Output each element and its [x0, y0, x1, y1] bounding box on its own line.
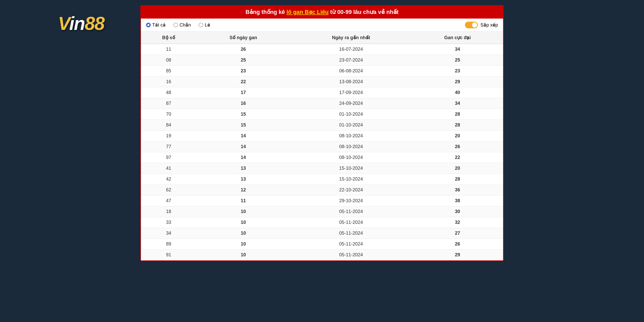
- filter-chan[interactable]: Chẵn: [173, 22, 191, 28]
- cell-so-ngay-gan: 25: [196, 55, 290, 66]
- cell-gan-cuc-dai: 23: [412, 66, 503, 77]
- cell-gan-cuc-dai: 34: [412, 44, 503, 55]
- cell-bo-so: 97: [141, 152, 196, 163]
- cell-ngay-ra: 05-11-2024: [290, 228, 412, 239]
- radio-le[interactable]: [199, 23, 203, 27]
- cell-gan-cuc-dai: 34: [412, 98, 503, 109]
- table-header-row: Bộ số Số ngày gan Ngày ra gần nhất Gan c…: [141, 32, 503, 44]
- cell-ngay-ra: 16-07-2024: [290, 44, 412, 55]
- table-row: 871624-09-202434: [141, 98, 503, 109]
- table-row: 341005-11-202427: [141, 228, 503, 239]
- cell-bo-so: 19: [141, 131, 196, 141]
- table-row: 191408-10-202420: [141, 131, 503, 141]
- cell-bo-so: 33: [141, 217, 196, 228]
- sort-label: Sắp xếp: [480, 22, 498, 28]
- main-content: Bảng thống kê lô gan Bạc Liêu từ 00-99 l…: [135, 3, 509, 264]
- cell-bo-so: 11: [141, 44, 196, 55]
- table-header-title: Bảng thống kê lô gan Bạc Liêu từ 00-99 l…: [141, 6, 503, 19]
- cell-gan-cuc-dai: 29: [412, 250, 503, 260]
- cell-ngay-ra: 13-08-2024: [290, 77, 412, 87]
- table-row: 112616-07-202434: [141, 44, 503, 55]
- cell-gan-cuc-dai: 36: [412, 185, 503, 196]
- filter-row: Tất cả Chẵn Lẻ Sắp xếp: [141, 19, 503, 32]
- cell-ngay-ra: 23-07-2024: [290, 55, 412, 66]
- data-table: Bộ số Số ngày gan Ngày ra gần nhất Gan c…: [141, 32, 503, 260]
- filter-tat-ca[interactable]: Tất cả: [146, 22, 166, 28]
- cell-gan-cuc-dai: 20: [412, 163, 503, 174]
- cell-bo-so: 70: [141, 109, 196, 120]
- table-row: 971408-10-202422: [141, 152, 503, 163]
- logo-num: 88: [85, 13, 104, 34]
- cell-gan-cuc-dai: 30: [412, 206, 503, 217]
- cell-ngay-ra: 05-11-2024: [290, 250, 412, 260]
- table-row: 911005-11-202429: [141, 250, 503, 260]
- cell-bo-so: 42: [141, 174, 196, 185]
- cell-so-ngay-gan: 26: [196, 44, 290, 55]
- cell-so-ngay-gan: 11: [196, 196, 290, 206]
- cell-so-ngay-gan: 10: [196, 239, 290, 250]
- cell-bo-so: 41: [141, 163, 196, 174]
- table-row: 181005-11-202430: [141, 206, 503, 217]
- cell-so-ngay-gan: 22: [196, 77, 290, 87]
- cell-bo-so: 16: [141, 77, 196, 87]
- cell-ngay-ra: 05-11-2024: [290, 217, 412, 228]
- title-prefix: Bảng thống kê: [245, 9, 286, 15]
- cell-ngay-ra: 08-10-2024: [290, 152, 412, 163]
- cell-ngay-ra: 15-10-2024: [290, 174, 412, 185]
- cell-so-ngay-gan: 14: [196, 141, 290, 152]
- table-row: 421315-10-202428: [141, 174, 503, 185]
- col-gan-cuc-dai: Gan cực đại: [412, 32, 503, 44]
- cell-so-ngay-gan: 14: [196, 152, 290, 163]
- title-link[interactable]: lô gan Bạc Liêu: [286, 9, 328, 15]
- logo-v: V: [58, 13, 69, 34]
- cell-bo-so: 87: [141, 98, 196, 109]
- table-row: 891005-11-202426: [141, 239, 503, 250]
- cell-ngay-ra: 05-11-2024: [290, 206, 412, 217]
- cell-ngay-ra: 22-10-2024: [290, 185, 412, 196]
- table-row: 481717-09-202440: [141, 87, 503, 98]
- cell-so-ngay-gan: 23: [196, 66, 290, 77]
- table-row: 771408-10-202426: [141, 141, 503, 152]
- radio-chan[interactable]: [173, 23, 178, 27]
- filter-le[interactable]: Lẻ: [199, 22, 210, 28]
- cell-bo-so: 84: [141, 120, 196, 131]
- cell-so-ngay-gan: 15: [196, 120, 290, 131]
- col-ngay-ra: Ngày ra gần nhất: [290, 32, 412, 44]
- cell-gan-cuc-dai: 26: [412, 239, 503, 250]
- cell-bo-so: 85: [141, 66, 196, 77]
- left-panel: Vin88: [27, 3, 135, 34]
- table-row: 621222-10-202436: [141, 185, 503, 196]
- cell-gan-cuc-dai: 27: [412, 228, 503, 239]
- cell-ngay-ra: 06-08-2024: [290, 66, 412, 77]
- table-container: Bảng thống kê lô gan Bạc Liêu từ 00-99 l…: [140, 5, 504, 261]
- col-so-ngay-gan: Số ngày gan: [196, 32, 290, 44]
- table-row: 082523-07-202425: [141, 55, 503, 66]
- table-row: 471129-10-202438: [141, 196, 503, 206]
- cell-gan-cuc-dai: 25: [412, 55, 503, 66]
- cell-so-ngay-gan: 10: [196, 250, 290, 260]
- cell-so-ngay-gan: 10: [196, 206, 290, 217]
- cell-gan-cuc-dai: 28: [412, 120, 503, 131]
- table-row: 841501-10-202428: [141, 120, 503, 131]
- filter-le-label: Lẻ: [205, 22, 210, 28]
- cell-so-ngay-gan: 13: [196, 163, 290, 174]
- cell-bo-so: 47: [141, 196, 196, 206]
- cell-ngay-ra: 29-10-2024: [290, 196, 412, 206]
- toggle-switch[interactable]: [465, 22, 478, 28]
- cell-gan-cuc-dai: 38: [412, 196, 503, 206]
- cell-bo-so: 91: [141, 250, 196, 260]
- cell-bo-so: 77: [141, 141, 196, 152]
- cell-so-ngay-gan: 12: [196, 185, 290, 196]
- radio-tat-ca[interactable]: [146, 23, 151, 27]
- logo-in: in: [69, 13, 85, 34]
- cell-gan-cuc-dai: 40: [412, 87, 503, 98]
- col-bo-so: Bộ số: [141, 32, 196, 44]
- cell-bo-so: 48: [141, 87, 196, 98]
- cell-gan-cuc-dai: 20: [412, 131, 503, 141]
- cell-so-ngay-gan: 10: [196, 228, 290, 239]
- cell-gan-cuc-dai: 29: [412, 77, 503, 87]
- cell-ngay-ra: 17-09-2024: [290, 87, 412, 98]
- table-row: 701501-10-202428: [141, 109, 503, 120]
- title-suffix: từ 00-99 lâu chưa về nhất: [329, 9, 399, 15]
- cell-gan-cuc-dai: 28: [412, 174, 503, 185]
